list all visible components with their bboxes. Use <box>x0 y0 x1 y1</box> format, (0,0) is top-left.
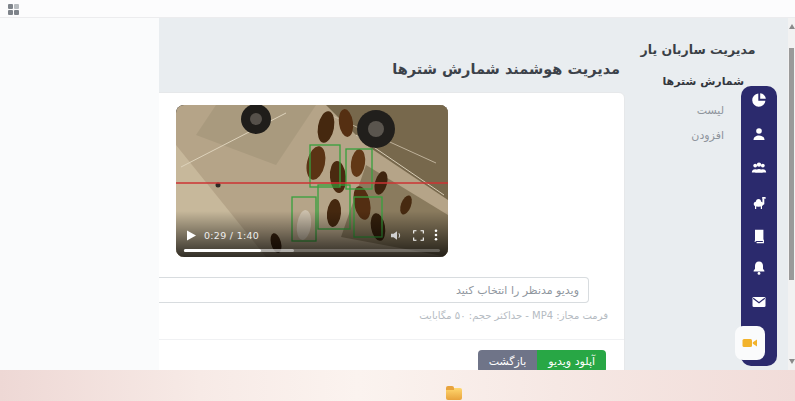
sidebar-title: مدیریت ساربان یار <box>635 42 761 57</box>
video-controls: 0:29 / 1:40 <box>176 211 448 257</box>
sidebar <box>0 18 159 370</box>
video-time: 0:29 / 1:40 <box>204 230 259 241</box>
scroll-up-arrow[interactable] <box>789 24 795 29</box>
user-icon[interactable] <box>751 126 767 142</box>
sidebar-item-list[interactable]: لیست <box>697 104 724 117</box>
browser-top-strip <box>0 0 795 18</box>
mail-icon[interactable] <box>751 294 767 310</box>
app-background: مدیریت هوشمند شمارش شترها <box>0 18 795 370</box>
file-format-hint: فرمت مجاز: MP4 - حداکثر حجم: ۵۰ مگابایت <box>419 310 608 321</box>
more-options-icon[interactable] <box>434 229 438 241</box>
video-camera-icon-active[interactable] <box>742 335 758 351</box>
play-icon[interactable] <box>186 230 196 241</box>
volume-icon[interactable] <box>391 230 403 241</box>
page-scrollbar[interactable] <box>788 18 795 370</box>
video-progress-bar[interactable] <box>184 249 440 252</box>
video-played <box>184 249 261 252</box>
apps-grid-icon[interactable] <box>8 4 19 15</box>
sidebar-section-counting[interactable]: شمارش شترها <box>662 75 744 88</box>
video-player[interactable]: 0:29 / 1:40 <box>176 105 448 257</box>
users-icon[interactable] <box>751 160 767 176</box>
sidebar-item-add[interactable]: افزودن <box>691 129 724 142</box>
page-title: مدیریت هوشمند شمارش شترها <box>392 61 620 77</box>
pie-chart-icon[interactable] <box>751 92 767 108</box>
scroll-down-arrow[interactable] <box>789 359 795 364</box>
fullscreen-icon[interactable] <box>413 230 424 241</box>
sidebar-icon-rail <box>741 86 777 366</box>
scrollbar-thumb[interactable] <box>789 48 794 280</box>
book-icon[interactable] <box>751 228 767 244</box>
windows-taskbar: Search Ps P فا FA 12:18 PM 1/23/2026 10 <box>0 370 795 401</box>
bell-icon[interactable] <box>751 260 767 276</box>
file-explorer-icon[interactable] <box>446 388 462 400</box>
camel-icon[interactable] <box>751 194 767 210</box>
